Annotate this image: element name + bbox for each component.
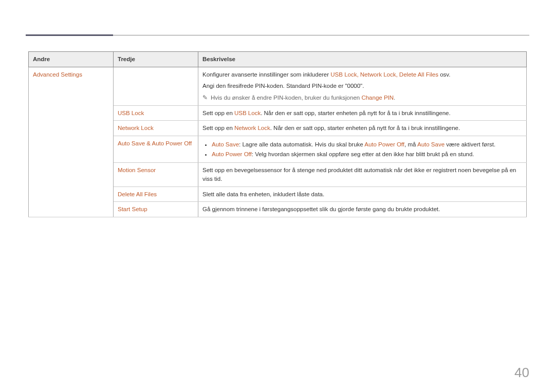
label-network-lock: Network Lock bbox=[118, 125, 154, 131]
highlight: USB Lock, Network Lock, Delete All Files bbox=[330, 71, 438, 78]
highlight: Change PIN bbox=[361, 95, 394, 101]
cell-auto-save: Auto Save & Auto Power Off bbox=[114, 136, 198, 163]
table-row: Advanced Settings Konfigurer avanserte i… bbox=[29, 67, 527, 105]
col-header-beskrivelse: Beskrivelse bbox=[198, 52, 527, 67]
auto-bullet-list: Auto Save: Lagre alle data automatisk. H… bbox=[202, 140, 522, 158]
text: : Lagre alle data automatisk. Hvis du sk… bbox=[239, 141, 364, 147]
cell-motion-sensor: Motion Sensor bbox=[114, 163, 198, 186]
label-auto-save: Auto Save & Auto Power Off bbox=[118, 140, 192, 146]
cell-auto-desc: Auto Save: Lagre alle data automatisk. H… bbox=[198, 136, 527, 163]
text: . bbox=[394, 95, 395, 101]
highlight: USB Lock bbox=[234, 110, 261, 116]
text: være aktivert først. bbox=[445, 141, 495, 147]
cell-usb-lock: USB Lock bbox=[114, 105, 198, 121]
highlight: Auto Save bbox=[417, 141, 445, 147]
label-start-setup: Start Setup bbox=[118, 206, 147, 212]
pencil-icon: ✎ bbox=[202, 94, 209, 102]
text: . Når den er satt opp, starter enheten p… bbox=[270, 125, 460, 131]
text: Hvis du ønsker å endre PIN-koden, bruker… bbox=[211, 95, 361, 101]
document-page: Andre Tredje Beskrivelse Advanced Settin… bbox=[0, 0, 555, 392]
highlight: Auto Power Off bbox=[212, 151, 252, 157]
cell-usb-desc: Sett opp en USB Lock. Når den er satt op… bbox=[198, 105, 527, 121]
note-text: Hvis du ønsker å endre PIN-koden, bruker… bbox=[211, 95, 395, 101]
highlight: Network Lock bbox=[234, 125, 270, 131]
text: osv. bbox=[438, 71, 450, 78]
label-advanced-settings: Advanced Settings bbox=[33, 71, 82, 78]
cell-delete-all: Delete All Files bbox=[114, 186, 198, 202]
cell-start-setup: Start Setup bbox=[114, 202, 198, 217]
adv-note: ✎Hvis du ønsker å endre PIN-koden, bruke… bbox=[202, 94, 522, 102]
text: . Når den er satt opp, starter enheten p… bbox=[261, 110, 451, 116]
cell-network-lock: Network Lock bbox=[114, 121, 198, 136]
cell-start-desc: Gå gjennom trinnene i førstegangsoppsett… bbox=[198, 202, 527, 217]
accent-bar bbox=[26, 34, 113, 36]
highlight: Auto Power Off bbox=[364, 141, 404, 147]
cell-advanced-settings: Advanced Settings bbox=[29, 67, 114, 217]
col-header-andre: Andre bbox=[29, 52, 114, 67]
cell-motion-desc: Sett opp en bevegelsessensor for å steng… bbox=[198, 163, 527, 186]
label-usb-lock: USB Lock bbox=[118, 110, 144, 116]
text: : Velg hvordan skjermen skal oppføre seg… bbox=[252, 151, 474, 157]
adv-line1: Konfigurer avanserte innstillinger som i… bbox=[202, 70, 522, 79]
cell-adv-desc: Konfigurer avanserte innstillinger som i… bbox=[198, 67, 527, 105]
cell-net-desc: Sett opp en Network Lock. Når den er sat… bbox=[198, 121, 527, 136]
settings-table: Andre Tredje Beskrivelse Advanced Settin… bbox=[28, 51, 527, 217]
adv-line2: Angi den firesifrede PIN-koden. Standard… bbox=[202, 82, 522, 90]
label-motion-sensor: Motion Sensor bbox=[118, 167, 156, 173]
text: , må bbox=[404, 141, 417, 147]
list-item: Auto Power Off: Velg hvordan skjermen sk… bbox=[212, 150, 522, 159]
text: Sett opp en bbox=[202, 125, 234, 131]
cell-del-desc: Slett alle data fra enheten, inkludert l… bbox=[198, 186, 527, 202]
label-delete-all: Delete All Files bbox=[118, 191, 157, 197]
col-header-tredje: Tredje bbox=[114, 52, 198, 67]
page-number: 40 bbox=[514, 365, 529, 381]
text: Konfigurer avanserte innstillinger som i… bbox=[202, 71, 330, 78]
cell-empty bbox=[114, 67, 198, 105]
list-item: Auto Save: Lagre alle data automatisk. H… bbox=[212, 140, 522, 149]
table-header-row: Andre Tredje Beskrivelse bbox=[29, 52, 527, 67]
text: Sett opp en bbox=[202, 110, 234, 116]
highlight: Auto Save bbox=[212, 141, 239, 147]
